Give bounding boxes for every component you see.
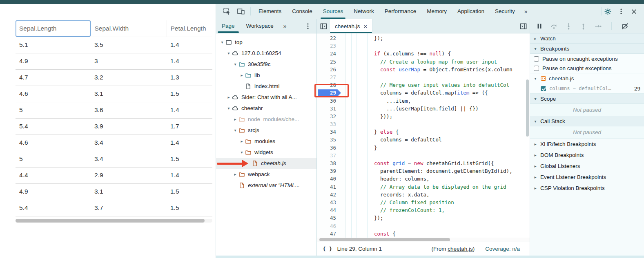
- expander-icon[interactable]: ▸: [533, 153, 538, 157]
- breakpoint-entry[interactable]: columns = defaultCol…29: [530, 84, 644, 94]
- tab-application[interactable]: Application: [452, 4, 490, 19]
- more-tabs-button[interactable]: »: [520, 8, 532, 15]
- expander-icon[interactable]: ▾: [239, 150, 245, 154]
- table-cell[interactable]: 3.4: [91, 135, 167, 151]
- table-cell[interactable]: 1.4: [167, 37, 212, 53]
- expander-icon[interactable]: ▸: [533, 142, 538, 146]
- checkbox[interactable]: [534, 56, 539, 62]
- tab-console[interactable]: Console: [287, 4, 318, 19]
- panel-right-icon[interactable]: [517, 19, 530, 33]
- grid-horizontal-scrollbar[interactable]: [16, 219, 212, 223]
- expander-icon[interactable]: ▸: [239, 73, 245, 77]
- table-cell[interactable]: 5.1: [16, 37, 91, 53]
- expander-icon[interactable]: ▸: [533, 36, 538, 41]
- tab-memory[interactable]: Memory: [421, 4, 452, 19]
- tab-performance[interactable]: Performance: [379, 4, 421, 19]
- section-event-listener-breakpoints[interactable]: ▸Event Listener Breakpoints: [530, 172, 644, 183]
- pretty-print-icon[interactable]: { }: [323, 246, 332, 252]
- option-pause-on-uncaught-exceptions[interactable]: Pause on uncaught exceptions: [530, 54, 644, 64]
- table-cell[interactable]: 1.3: [167, 69, 212, 86]
- column-header-sepal-length[interactable]: Sepal.Length: [16, 20, 91, 37]
- table-cell[interactable]: 4.7: [16, 69, 91, 86]
- tree-item-external-var-html[interactable]: external var "HTML...: [216, 180, 316, 191]
- table-cell[interactable]: 5.4: [16, 200, 91, 216]
- tree-item-30e35f9c[interactable]: ▾30e35f9c: [216, 59, 316, 70]
- table-cell[interactable]: 5: [16, 151, 91, 167]
- table-cell[interactable]: 3.6: [91, 102, 167, 118]
- section-dom-breakpoints[interactable]: ▸DOM Breakpoints: [530, 150, 644, 161]
- tree-item-127-0-0-1-60254[interactable]: ▾127.0.0.1:60254: [216, 48, 316, 59]
- expander-icon[interactable]: ▸: [533, 164, 538, 168]
- expander-icon[interactable]: ▸: [226, 95, 232, 99]
- table-cell[interactable]: 2.9: [91, 167, 167, 183]
- table-cell[interactable]: 4.9: [16, 53, 91, 69]
- editor-vertical-scrollbar[interactable]: [526, 79, 529, 137]
- table-cell[interactable]: 1.5: [167, 151, 212, 167]
- table-cell[interactable]: 3.5: [91, 37, 167, 53]
- table-cell[interactable]: 1.4: [167, 135, 212, 151]
- section-breakpoints[interactable]: ▾Breakpoints: [530, 44, 644, 54]
- section-call-stack[interactable]: ▾Call Stack: [530, 116, 644, 126]
- tree-item-webpack[interactable]: ▸webpack: [216, 169, 316, 180]
- expander-icon[interactable]: ▸: [239, 139, 245, 143]
- table-cell[interactable]: 1.4: [167, 102, 212, 118]
- more-navigator-tabs-button[interactable]: »: [279, 23, 291, 29]
- pause-icon[interactable]: [536, 22, 543, 30]
- navigator-tab-page[interactable]: Page: [216, 19, 241, 33]
- expander-icon[interactable]: ▾: [232, 62, 238, 66]
- navigator-tab-workspace[interactable]: Workspace: [241, 19, 279, 33]
- coverage-link[interactable]: Coverage: n/a: [485, 246, 520, 252]
- tree-item-sider-chat-with-all-a[interactable]: ▸Sider: Chat with all A...: [216, 92, 316, 103]
- table-cell[interactable]: 4.6: [16, 135, 91, 151]
- tab-security[interactable]: Security: [490, 4, 520, 19]
- table-cell[interactable]: 3.1: [91, 183, 167, 200]
- close-icon[interactable]: [631, 8, 637, 15]
- section-global-listeners[interactable]: ▸Global Listeners: [530, 161, 644, 172]
- table-cell[interactable]: 1.4: [167, 53, 212, 69]
- expander-icon[interactable]: ▸: [533, 175, 538, 179]
- tree-item-modules[interactable]: ▸modules: [216, 136, 316, 147]
- inspect-icon[interactable]: [221, 6, 233, 17]
- editor-horizontal-scrollbar[interactable]: [317, 238, 530, 242]
- panel-left-icon[interactable]: [317, 19, 330, 33]
- expander-icon[interactable]: ▾: [533, 76, 538, 81]
- breakpoint-file-cheetah-js[interactable]: ▾cheetah.js: [530, 73, 644, 84]
- expander-icon[interactable]: ▸: [232, 172, 238, 176]
- tab-network[interactable]: Network: [348, 4, 379, 19]
- expander-icon[interactable]: ▾: [226, 106, 232, 110]
- tree-item-cheetahr[interactable]: ▾cheetahr: [216, 103, 316, 114]
- expander-icon[interactable]: ▸: [533, 186, 538, 190]
- table-cell[interactable]: 1.4: [167, 167, 212, 183]
- expander-icon[interactable]: ▾: [232, 128, 238, 132]
- more-menu-icon[interactable]: [617, 8, 625, 15]
- checkbox[interactable]: [534, 66, 539, 71]
- editor-tab-cheetah-js[interactable]: cheetah.js ×: [330, 19, 372, 33]
- tree-item-index-html[interactable]: index.html: [216, 81, 316, 92]
- expander-icon[interactable]: ▾: [219, 40, 225, 44]
- expander-icon[interactable]: ▾: [533, 46, 538, 51]
- expander-icon[interactable]: ▾: [533, 119, 538, 123]
- table-cell[interactable]: 5: [16, 102, 91, 118]
- tree-item-widgets[interactable]: ▾widgets: [216, 147, 316, 158]
- deactivate-breakpoints-icon[interactable]: [621, 22, 629, 30]
- table-cell[interactable]: 3.7: [91, 200, 167, 216]
- tab-sources[interactable]: Sources: [318, 4, 349, 19]
- expander-icon[interactable]: ▾: [533, 97, 538, 101]
- section-scope[interactable]: ▾Scope: [530, 94, 644, 104]
- table-cell[interactable]: 1.5: [167, 86, 212, 102]
- section-watch[interactable]: ▸Watch: [530, 33, 644, 44]
- tab-elements[interactable]: Elements: [253, 4, 287, 19]
- table-cell[interactable]: 3.4: [91, 151, 167, 167]
- table-cell[interactable]: 1.5: [167, 183, 212, 200]
- close-tab-icon[interactable]: ×: [364, 23, 368, 29]
- tree-item-top[interactable]: ▾top: [216, 37, 316, 48]
- table-cell[interactable]: 4.6: [16, 86, 91, 102]
- table-cell[interactable]: 3.9: [91, 118, 167, 135]
- table-cell[interactable]: 4.4: [16, 167, 91, 183]
- tree-item-srcjs[interactable]: ▾srcjs: [216, 125, 316, 136]
- more-menu-icon[interactable]: [304, 22, 316, 30]
- table-cell[interactable]: 5.4: [16, 118, 91, 135]
- table-cell[interactable]: 1.7: [167, 118, 212, 135]
- option-pause-on-caught-exceptions[interactable]: Pause on caught exceptions: [530, 64, 644, 73]
- breakpoint-checkbox[interactable]: [541, 86, 546, 91]
